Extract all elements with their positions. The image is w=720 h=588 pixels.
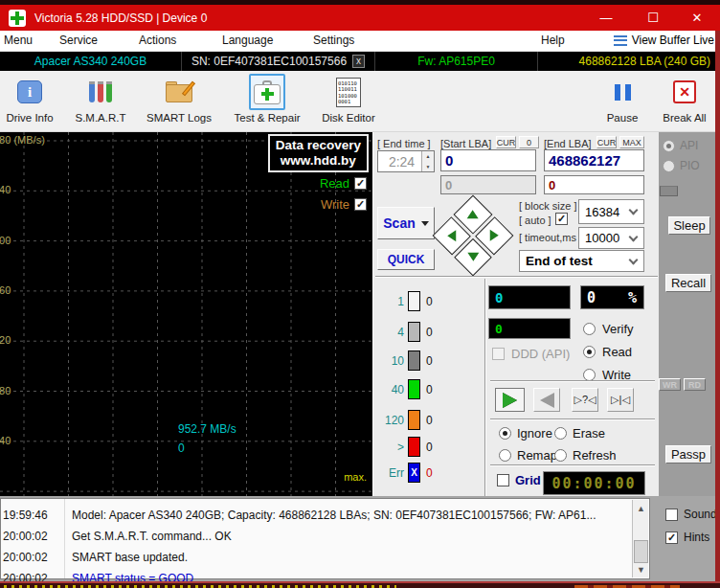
action-radio-erase[interactable]: Erase xyxy=(554,426,605,441)
menu-item-language[interactable]: Language xyxy=(222,34,273,47)
sleep-button[interactable]: Sleep xyxy=(668,216,710,235)
counter-swatch xyxy=(408,437,420,457)
counter-row-1: 10 xyxy=(377,291,433,311)
wr-button[interactable]: WR xyxy=(659,378,681,391)
menu-item-help[interactable]: Help xyxy=(541,34,565,47)
drive-info-button[interactable]: iDrive Info xyxy=(0,74,59,124)
play-icon xyxy=(503,393,517,408)
toolbar-button-label: Drive Info xyxy=(6,112,53,124)
ddd-api-option[interactable]: DDD (API) xyxy=(492,347,570,361)
smart-icon xyxy=(89,81,112,102)
action-radio-label: Ignore xyxy=(517,426,552,441)
y-axis-tick: 840 xyxy=(0,184,11,195)
read-checkbox[interactable]: ✓ xyxy=(354,177,367,190)
test-repair-button[interactable]: Test & Repair xyxy=(226,74,308,124)
percent-lcd-display: 0 % xyxy=(580,285,644,309)
title-bar[interactable]: Victoria 5.28 HDD/SSD | Device 0 — ☐ ✕ xyxy=(0,5,720,31)
sound-checkbox[interactable] xyxy=(665,509,678,521)
end-lba-secondary[interactable]: 0 xyxy=(544,175,644,194)
action-radio-ignore[interactable]: Ignore xyxy=(499,426,552,441)
pio-radio-icon xyxy=(663,160,675,172)
api-radio[interactable]: API xyxy=(663,139,698,152)
start-lba-secondary: 0 xyxy=(440,175,536,194)
action-radio-refresh[interactable]: Refresh xyxy=(554,448,617,463)
mode-radio-verify[interactable]: Verify xyxy=(583,322,634,336)
hints-option[interactable]: ✓ Hints xyxy=(665,531,709,544)
menu-item-actions[interactable]: Actions xyxy=(139,34,176,47)
pio-radio[interactable]: PIO xyxy=(663,159,700,172)
end-time-spinner[interactable]: 2:24 ▲▼ xyxy=(377,150,435,172)
disk-editor-button[interactable]: 010110 110011 101000 0001Disk Editor xyxy=(314,74,383,124)
speed-readout-sub: 0 xyxy=(178,441,185,455)
device-firmware: Fw: AP615PE0 xyxy=(375,52,538,71)
smart-logs-button[interactable]: SMART Logs xyxy=(142,74,216,124)
quick-button[interactable]: QUICK xyxy=(377,249,435,270)
menu-item-service[interactable]: Service xyxy=(59,34,98,47)
direction-pad[interactable] xyxy=(433,195,514,277)
break-all-button[interactable]: ✕ Break All xyxy=(653,74,716,124)
passp-button[interactable]: Passp xyxy=(665,445,711,464)
end-time-label: [ End time ] xyxy=(377,138,431,149)
start-zero-button[interactable]: 0 xyxy=(519,136,539,148)
scan-speed-graph: 980 (MB/s)8407005604202801400 Data recov… xyxy=(0,132,372,496)
menu-item-settings[interactable]: Settings xyxy=(313,34,354,47)
hints-checkbox[interactable]: ✓ xyxy=(665,531,678,544)
counter-count: 0 xyxy=(426,354,433,368)
verify-radio-icon xyxy=(583,323,596,335)
start-cur-button[interactable]: CUR xyxy=(496,136,516,148)
start-test-button[interactable] xyxy=(495,388,525,412)
block-size-dropdown[interactable]: 16384 xyxy=(578,199,644,224)
timeout-dropdown[interactable]: 10000 xyxy=(578,227,644,249)
recall-button[interactable]: Recall xyxy=(665,274,711,292)
scan-button[interactable]: Scan xyxy=(377,207,435,239)
mode-radio-read[interactable]: Read xyxy=(583,345,632,359)
view-buffer-live-button[interactable]: View Buffer Live xyxy=(614,34,714,47)
action-radio-remap[interactable]: Remap xyxy=(499,448,557,463)
log-timestamp: 20:00:02 xyxy=(1,530,64,543)
maximize-button[interactable]: ☐ xyxy=(634,5,672,31)
scroll-up-icon[interactable]: ▲ xyxy=(634,501,648,515)
sound-option[interactable]: Sound xyxy=(665,508,717,521)
auto-checkbox[interactable]: ✓ xyxy=(555,213,568,225)
scrollbar-thumb[interactable] xyxy=(634,540,648,563)
menu-item-menu[interactable]: Menu xyxy=(4,34,33,47)
device-serial: SN: 0EF407381EC100157566 xyxy=(191,55,347,68)
s-m-a-r-t-button[interactable]: S.M.A.R.T xyxy=(69,74,132,124)
rd-button[interactable]: RD xyxy=(684,378,706,391)
reverse-button[interactable] xyxy=(533,388,560,412)
ddd-api-checkbox[interactable] xyxy=(492,348,505,360)
grid-option[interactable]: Grid xyxy=(497,473,541,487)
serial-close-button[interactable]: x xyxy=(352,55,365,68)
log-section: 19:59:46Model: Apacer AS340 240GB; Capac… xyxy=(0,496,720,581)
scroll-down-icon[interactable]: ▼ xyxy=(634,562,648,577)
end-of-test-dropdown[interactable]: End of test xyxy=(519,250,644,272)
log-scrollbar[interactable]: ▲ ▼ xyxy=(632,500,648,577)
start-lba-input[interactable]: 0 xyxy=(440,149,536,171)
watermark: Data recovery www.hdd.by xyxy=(268,134,369,172)
seek-question-button[interactable]: ▷?◁ xyxy=(572,388,598,412)
counter-swatch xyxy=(408,379,420,399)
end-max-button[interactable]: MAX xyxy=(619,136,644,148)
device-capacity: 468862128 LBA (240 GB) xyxy=(538,52,720,71)
toolbar-button-label: Test & Repair xyxy=(234,112,300,124)
end-lba-input[interactable]: 468862127 xyxy=(544,149,644,171)
divider xyxy=(490,464,655,466)
minimize-button[interactable]: — xyxy=(587,5,625,31)
device-model: Apacer AS340 240GB xyxy=(0,52,182,71)
window-right-border xyxy=(715,31,720,588)
app-icon xyxy=(9,10,26,27)
counter-row-err: ErrX0 xyxy=(377,463,433,483)
counter-label: Err xyxy=(377,466,404,480)
counter-row-120: 1200 xyxy=(377,410,433,430)
counter-swatch xyxy=(408,410,420,430)
seek-end-button[interactable]: ▷|◁ xyxy=(607,388,634,412)
grid-checkbox[interactable] xyxy=(497,474,509,486)
counter-count: 0 xyxy=(426,383,433,396)
write-checkbox[interactable]: ✓ xyxy=(354,198,367,211)
timeout-label: [ timeout,ms ] xyxy=(519,232,582,243)
end-cur-button[interactable]: CUR xyxy=(596,136,617,148)
pause-button[interactable]: Pause xyxy=(596,74,649,124)
control-panel: [ End time ] 2:24 ▲▼ [Start LBA] CUR 0 0… xyxy=(372,132,659,496)
spinner-arrows[interactable]: ▲▼ xyxy=(421,151,434,171)
close-button[interactable]: ✕ xyxy=(678,5,716,31)
